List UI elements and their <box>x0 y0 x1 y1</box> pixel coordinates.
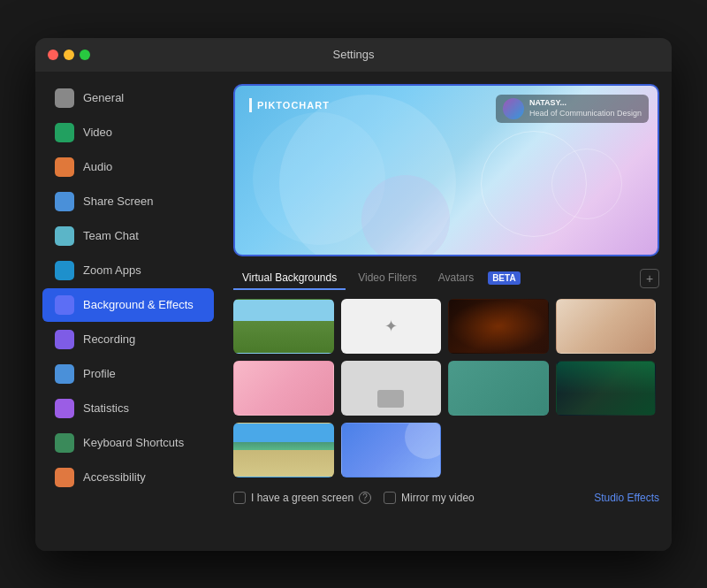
close-button[interactable] <box>48 50 58 60</box>
sidebar-item-label: Keyboard Shortcuts <box>83 436 184 449</box>
sidebar-item-label: Zoom Apps <box>83 263 141 277</box>
mirror-video-checkbox-item[interactable]: Mirror my video <box>384 492 475 504</box>
settings-window: Settings GeneralVideoAudioShare ScreenTe… <box>35 38 672 551</box>
traffic-lights <box>48 50 90 60</box>
sidebar-item-team-chat[interactable]: Team Chat <box>42 219 214 253</box>
sidebar-item-video[interactable]: Video <box>42 116 214 149</box>
thumb-pink[interactable] <box>233 361 334 416</box>
sidebar-item-statistics[interactable]: Statistics <box>42 392 214 425</box>
beta-badge: BETA <box>488 271 520 285</box>
thumb-grass[interactable] <box>233 299 334 354</box>
gear-icon <box>55 88 74 108</box>
sidebar-item-label: Accessibility <box>83 470 146 484</box>
tab-video-filters[interactable]: Video Filters <box>349 267 425 290</box>
sidebar-item-label: Statistics <box>83 401 129 415</box>
sidebar-item-keyboard-shortcuts[interactable]: Keyboard Shortcuts <box>42 426 214 460</box>
stats-icon <box>55 399 74 418</box>
preview-name-text: NATASY... Head of Communication Design <box>529 98 642 118</box>
chat-icon <box>55 226 74 246</box>
help-icon[interactable]: ? <box>359 492 371 504</box>
sidebar-item-accessibility[interactable]: Accessibility <box>42 461 214 494</box>
keyboard-icon <box>55 433 74 453</box>
thumb-blue-circle[interactable] <box>341 423 442 477</box>
sidebar-item-general[interactable]: General <box>42 81 214 115</box>
thumb-studio[interactable] <box>556 299 657 354</box>
sidebar-item-recording[interactable]: Recording <box>42 323 214 356</box>
thumb-beach[interactable] <box>233 423 334 477</box>
mirror-video-checkbox[interactable] <box>384 492 396 504</box>
video-icon <box>55 123 74 142</box>
sidebar-item-zoom-apps[interactable]: Zoom Apps <box>42 254 214 287</box>
sidebar-item-audio[interactable]: Audio <box>42 150 214 184</box>
preview-name-badge: NATASY... Head of Communication Design <box>496 95 649 123</box>
sidebar-item-background-effects[interactable]: Background & Effects <box>42 288 214 322</box>
recording-icon <box>55 330 74 349</box>
profile-icon <box>55 364 74 384</box>
bottom-controls: I have a green screen ? Mirror my video … <box>233 486 659 504</box>
avatar <box>503 98 524 119</box>
studio-effects-button[interactable]: Studio Effects <box>594 492 659 504</box>
sidebar-item-label: General <box>83 91 124 104</box>
sidebar-item-profile[interactable]: Profile <box>42 357 214 391</box>
sidebar-item-label: Share Screen <box>83 195 154 208</box>
video-preview: PIKTOCHART NATASY... Head of Communicati… <box>233 84 659 256</box>
add-background-button[interactable]: + <box>640 269 659 288</box>
sidebar-item-label: Video <box>83 126 112 139</box>
sidebar: GeneralVideoAudioShare ScreenTeam ChatZo… <box>35 72 221 551</box>
bg-icon <box>55 295 74 315</box>
sidebar-item-label: Profile <box>83 367 116 380</box>
green-screen-checkbox[interactable] <box>233 492 246 504</box>
preview-logo: PIKTOCHART <box>249 98 330 112</box>
audio-icon <box>55 157 74 177</box>
tabs-row: Virtual BackgroundsVideo FiltersAvatarsB… <box>233 267 659 290</box>
thumb-northern[interactable] <box>556 361 657 416</box>
sidebar-item-share-screen[interactable]: Share Screen <box>42 185 214 218</box>
thumb-teal[interactable] <box>448 361 549 416</box>
sidebar-item-label: Team Chat <box>83 229 139 242</box>
sparkle-icon: ✦ <box>384 317 398 336</box>
accessibility-icon <box>55 468 74 487</box>
window-title: Settings <box>333 48 375 61</box>
tab-avatars[interactable]: Avatars <box>430 267 483 290</box>
content-area: PIKTOCHART NATASY... Head of Communicati… <box>221 72 672 551</box>
sidebar-item-label: Background & Effects <box>83 298 194 311</box>
minimize-button[interactable] <box>64 50 74 60</box>
titlebar: Settings <box>35 38 672 72</box>
zoom-icon <box>55 261 74 280</box>
mirror-video-label: Mirror my video <box>401 492 475 504</box>
green-screen-label: I have a green screen <box>251 492 354 504</box>
thumb-white[interactable]: ✦ <box>341 299 442 354</box>
green-screen-checkbox-item[interactable]: I have a green screen ? <box>233 492 371 504</box>
thumbnails-grid: ✦ <box>233 299 659 477</box>
maximize-button[interactable] <box>80 50 90 60</box>
sidebar-item-label: Recording <box>83 332 135 346</box>
share-icon <box>55 192 74 211</box>
main-content: GeneralVideoAudioShare ScreenTeam ChatZo… <box>35 72 672 551</box>
tab-virtual-backgrounds[interactable]: Virtual Backgrounds <box>233 267 346 290</box>
thumb-gray-desk[interactable] <box>341 361 442 416</box>
sidebar-item-label: Audio <box>83 160 112 173</box>
thumb-dark-room[interactable] <box>448 299 549 354</box>
